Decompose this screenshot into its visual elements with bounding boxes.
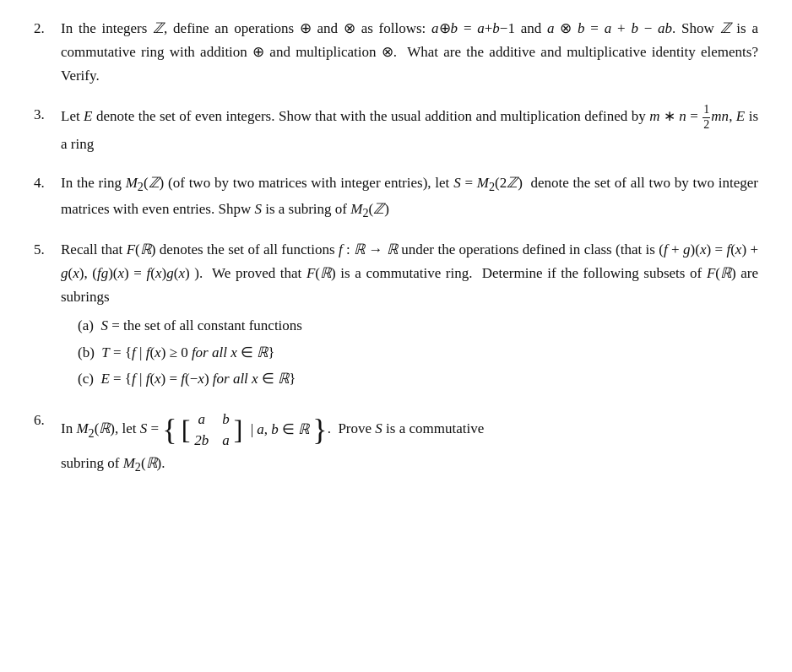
problem-3-content: Let E denote the set of even integers. S…	[61, 103, 758, 156]
set-open-brace: {	[162, 415, 176, 445]
subpart-c: (c) E = {f | f(x) = f(−x) for all x ∈ ℝ}	[78, 367, 758, 391]
matrix-cell-b: b	[222, 409, 230, 431]
problem-5-content: Recall that F(ℝ) denotes the set of all …	[61, 238, 758, 393]
subpart-b-label: (b)	[78, 344, 95, 360]
problem-5-number: 5.	[34, 238, 61, 261]
problem-6-content: In M2(ℝ), let S = { [ a b 2b a ] | a, b …	[61, 409, 758, 478]
set-close-brace: }	[312, 415, 327, 445]
problem-3: 3. Let E denote the set of even integers…	[34, 103, 758, 156]
matrix-set: { [ a b 2b a ] | a, b ∈ ℝ }	[162, 409, 327, 452]
problem-5: 5. Recall that F(ℝ) denotes the set of a…	[34, 238, 758, 393]
matrix-condition: | a, b ∈ ℝ	[247, 418, 309, 442]
problem-6-number: 6.	[34, 409, 61, 431]
problem-5-subparts: (a) S = the set of all constant function…	[61, 314, 758, 390]
problem-4-text: In the ring M2(ℤ) (of two by two matrice…	[61, 171, 758, 224]
problem-2-text: In the integers ℤ, define an operations …	[61, 17, 758, 88]
problem-3-number: 3.	[34, 103, 61, 126]
matrix-cell-2b: 2b	[194, 430, 209, 452]
matrix-entries: a b 2b a	[194, 409, 230, 452]
problem-6-line2: subring of M2(ℝ).	[61, 452, 758, 478]
matrix-cell-a: a	[194, 409, 209, 431]
problem-4-number: 4.	[34, 171, 61, 194]
matrix-left-bracket: [	[182, 416, 191, 443]
problem-2-number: 2.	[34, 17, 61, 40]
problem-2-content: In the integers ℤ, define an operations …	[61, 17, 758, 88]
subpart-b: (b) T = {f | f(x) ≥ 0 for all x ∈ ℝ}	[78, 341, 758, 365]
problem-4-content: In the ring M2(ℤ) (of two by two matrice…	[61, 171, 758, 224]
subpart-a: (a) S = the set of all constant function…	[78, 314, 758, 338]
problem-2: 2. In the integers ℤ, define an operatio…	[34, 17, 758, 88]
subpart-c-label: (c)	[78, 371, 94, 387]
problem-list: 2. In the integers ℤ, define an operatio…	[34, 17, 758, 477]
problem-3-text: Let E denote the set of even integers. S…	[61, 103, 758, 156]
problem-5-text: Recall that F(ℝ) denotes the set of all …	[61, 238, 758, 309]
problem-4: 4. In the ring M2(ℤ) (of two by two matr…	[34, 171, 758, 224]
subpart-a-label: (a)	[78, 317, 94, 333]
matrix-cell-a2: a	[222, 430, 230, 452]
problem-6-text: In M2(ℝ), let S = { [ a b 2b a ] | a, b …	[61, 409, 758, 452]
matrix-right-bracket: ]	[234, 416, 243, 443]
problem-6: 6. In M2(ℝ), let S = { [ a b 2b a ] | a,…	[34, 409, 758, 478]
